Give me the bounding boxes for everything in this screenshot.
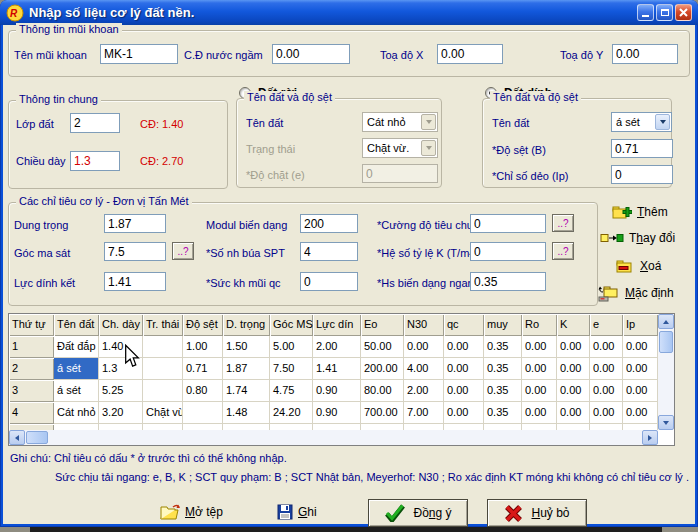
grid-cell[interactable]: 0.90	[313, 402, 361, 424]
do-set-input[interactable]	[611, 139, 673, 158]
grid-cell[interactable]: 80.00	[361, 380, 404, 402]
grid-cell[interactable]: 0.00	[590, 336, 623, 358]
grid-cell[interactable]: 1.87	[223, 358, 270, 380]
luc-dinh-ket-input[interactable]	[104, 272, 166, 291]
vertical-scroll-thumb[interactable]	[659, 331, 673, 353]
grid-cell[interactable]: 1.74	[223, 380, 270, 402]
cuong-do-help-button[interactable]: ..?	[552, 214, 574, 232]
scroll-right-button[interactable]	[642, 430, 658, 445]
modul-bien-dang-input[interactable]	[300, 214, 358, 233]
grid-cell[interactable]: 0.00	[444, 336, 484, 358]
grid-cell[interactable]: 0.80	[183, 380, 223, 402]
grid-cell[interactable]: 7.50	[270, 358, 313, 380]
maximize-button[interactable]	[656, 4, 673, 21]
grid-cell[interactable]: 4.00	[404, 358, 444, 380]
he-so-ty-le-k-input[interactable]	[470, 242, 546, 261]
ten-dat-loose-select: Cát nhỏ	[362, 112, 438, 132]
grid-cell[interactable]: 0.00	[522, 402, 557, 424]
goc-ma-sat-input[interactable]	[104, 242, 166, 261]
grid-cell[interactable]: 0.00	[404, 336, 444, 358]
scroll-left-button[interactable]	[9, 430, 25, 445]
grid-cell[interactable]: 0.00	[623, 358, 658, 380]
cancel-button[interactable]: Huỷ bỏ	[487, 499, 587, 527]
grid-cell[interactable]: 0.00	[623, 336, 658, 358]
grid-cell[interactable]: 0.00	[522, 380, 557, 402]
grid-cell[interactable]: 700.00	[361, 402, 404, 424]
default-button[interactable]: Mặc định	[598, 284, 674, 302]
ten-dat-cohesive-select[interactable]: á sét	[611, 112, 672, 132]
grid-cell[interactable]: 5.00	[270, 336, 313, 358]
grid-cell[interactable]: 24.20	[270, 402, 313, 424]
grid-cell[interactable]: 1.50	[223, 336, 270, 358]
grid-cell[interactable]: 0.71	[183, 358, 223, 380]
he-so-k-help-button[interactable]: ..?	[552, 242, 574, 260]
grid-cell[interactable]: 0.00	[522, 358, 557, 380]
hs-bien-dang-ngang-input[interactable]	[470, 272, 546, 291]
title-bar[interactable]: R Nhập số liệu cơ lý đất nền.	[0, 0, 698, 25]
grid-cell[interactable]: 4.75	[270, 380, 313, 402]
grid-cell[interactable]: 1.48	[223, 402, 270, 424]
ten-mui-khoan-input[interactable]	[100, 44, 178, 64]
grid-cell[interactable]: 2.00	[404, 380, 444, 402]
grid-cell[interactable]: Đất đắp	[54, 336, 99, 358]
grid-cell[interactable]: 0.00	[557, 336, 590, 358]
grid-cell[interactable]: 2.00	[313, 336, 361, 358]
add-button[interactable]: Thêm	[612, 204, 668, 220]
toa-do-x-input[interactable]	[437, 44, 503, 64]
change-button[interactable]: Thay đổi	[600, 231, 675, 245]
grid-cell[interactable]	[143, 380, 183, 402]
save-button[interactable]: Ghi	[277, 500, 317, 524]
grid-cell[interactable]: 0.00	[557, 402, 590, 424]
chi-so-deo-input[interactable]	[611, 165, 673, 184]
grid-cell[interactable]: 0.90	[313, 380, 361, 402]
so-nh-bua-spt-input[interactable]	[300, 242, 358, 261]
lop-dat-input[interactable]	[70, 113, 120, 133]
chieu-day-input[interactable]	[70, 151, 120, 171]
grid-cell[interactable]: 200.00	[361, 358, 404, 380]
grid-cell[interactable]: 5.25	[99, 380, 143, 402]
grid-cell[interactable]: Cát nhỏ	[54, 402, 99, 424]
close-button[interactable]	[675, 4, 692, 21]
toa-do-y-input[interactable]	[612, 44, 678, 64]
grid-cell[interactable]: 1.00	[183, 336, 223, 358]
minimize-button[interactable]	[637, 4, 654, 21]
vertical-scrollbar[interactable]	[658, 314, 674, 430]
suc-kh-mui-qc-input[interactable]	[300, 272, 358, 291]
grid-cell[interactable]: 7.00	[404, 402, 444, 424]
grid-cell[interactable]	[183, 402, 223, 424]
grid-cell[interactable]: 0.35	[484, 380, 522, 402]
grid-cell[interactable]: 0.00	[623, 402, 658, 424]
grid-cell[interactable]: 0.35	[484, 358, 522, 380]
horizontal-scroll-thumb[interactable]	[26, 431, 48, 444]
grid-cell[interactable]	[143, 358, 183, 380]
grid-cell[interactable]: á sét	[54, 358, 99, 380]
cd-nuoc-ngam-input[interactable]	[272, 44, 350, 64]
grid-cell[interactable]: 0.00	[522, 336, 557, 358]
grid-cell[interactable]: 0.00	[623, 380, 658, 402]
cuong-do-tieu-chuan-input[interactable]	[470, 214, 546, 233]
horizontal-scrollbar[interactable]	[9, 430, 658, 445]
grid-cell[interactable]: 0.00	[557, 380, 590, 402]
grid-cell[interactable]: 0.35	[484, 402, 522, 424]
grid-cell[interactable]: á sét	[54, 380, 99, 402]
scroll-up-button[interactable]	[658, 314, 674, 329]
grid-cell[interactable]: 0.00	[590, 358, 623, 380]
grid-cell[interactable]: 0.00	[590, 402, 623, 424]
grid-cell[interactable]: 0.00	[444, 358, 484, 380]
dung-trong-input[interactable]	[104, 214, 166, 233]
grid-cell[interactable]: 3.20	[99, 402, 143, 424]
grid-cell[interactable]: 0.00	[444, 380, 484, 402]
delete-button[interactable]: Xoá	[615, 258, 661, 274]
goc-ma-sat-help-button[interactable]: ..?	[172, 242, 194, 260]
grid-cell[interactable]: 0.00	[590, 380, 623, 402]
ok-button[interactable]: Đồng ý	[368, 499, 468, 527]
grid-cell[interactable]: 0.35	[484, 336, 522, 358]
open-file-button[interactable]: Mở tệp	[160, 500, 223, 524]
grid-cell[interactable]: 0.00	[557, 358, 590, 380]
grid-cell[interactable]: 50.00	[361, 336, 404, 358]
scroll-down-button[interactable]	[658, 415, 674, 430]
grid-cell[interactable]: Chặt vừ	[143, 402, 183, 424]
grid-cell[interactable]	[143, 336, 183, 358]
grid-cell[interactable]: 0.00	[444, 402, 484, 424]
grid-cell[interactable]: 1.41	[313, 358, 361, 380]
